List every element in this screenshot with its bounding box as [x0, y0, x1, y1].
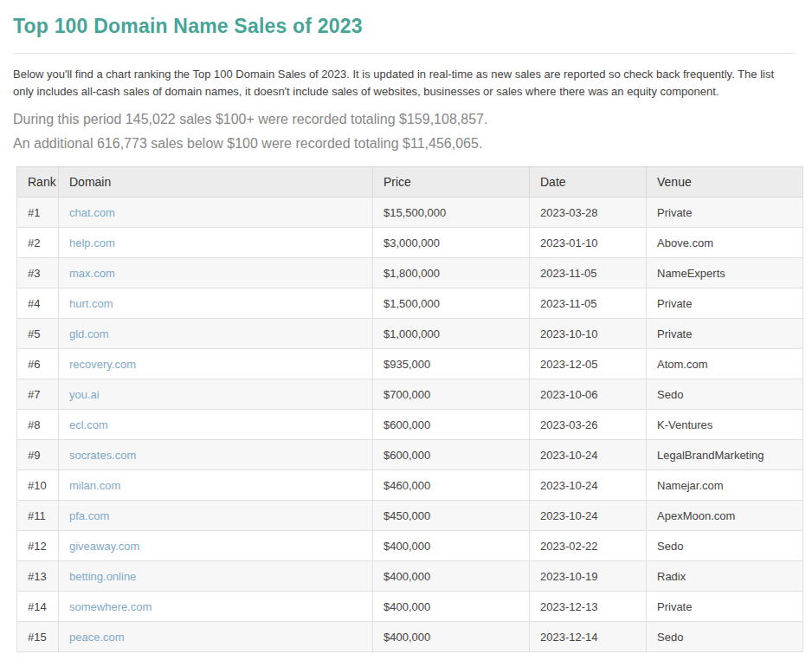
- domain-link[interactable]: max.com: [69, 267, 115, 280]
- domain-sales-table: Rank Domain Price Date Venue #1chat.com$…: [16, 166, 803, 652]
- table-row: #7you.ai$700,0002023-10-06Sedo: [17, 379, 803, 410]
- sales-table-body: #1chat.com$15,500,0002023-03-28Private#2…: [17, 198, 803, 652]
- price-cell: $600,000: [373, 440, 530, 470]
- date-cell: 2023-10-24: [530, 501, 647, 531]
- price-cell: $935,000: [373, 349, 530, 379]
- domain-link[interactable]: giveaway.com: [69, 540, 139, 553]
- rank-cell: #12: [17, 531, 59, 561]
- venue-cell: Private: [647, 592, 803, 622]
- table-row: #11pfa.com$450,0002023-10-24ApexMoon.com: [17, 501, 803, 531]
- header-date: Date: [530, 167, 647, 198]
- table-row: #3max.com$1,800,0002023-11-05NameExperts: [17, 258, 803, 288]
- price-cell: $1,000,000: [373, 319, 530, 349]
- rank-cell: #4: [17, 288, 59, 319]
- venue-cell: Namejar.com: [647, 470, 803, 501]
- price-cell: $400,000: [373, 531, 530, 561]
- domain-cell: milan.com: [59, 470, 373, 501]
- date-cell: 2023-12-05: [530, 349, 647, 379]
- table-row: #2help.com$3,000,0002023-01-10Above.com: [17, 228, 803, 258]
- table-row: #8ecl.com$600,0002023-03-26K-Ventures: [17, 410, 803, 440]
- price-cell: $700,000: [373, 379, 530, 410]
- domain-link[interactable]: ecl.com: [69, 418, 108, 431]
- date-cell: 2023-10-10: [530, 319, 647, 349]
- venue-cell: Sedo: [647, 531, 803, 561]
- venue-cell: K-Ventures: [647, 410, 803, 440]
- rank-cell: #7: [17, 379, 59, 410]
- page-title: Top 100 Domain Name Sales of 2023: [13, 0, 796, 39]
- price-cell: $400,000: [373, 592, 530, 622]
- date-cell: 2023-11-05: [530, 258, 647, 288]
- date-cell: 2023-11-05: [530, 288, 647, 319]
- header-price: Price: [373, 167, 530, 198]
- date-cell: 2023-03-28: [530, 198, 647, 228]
- venue-cell: Sedo: [647, 379, 803, 410]
- domain-link[interactable]: socrates.com: [69, 449, 136, 462]
- venue-cell: Radix: [647, 561, 803, 592]
- price-cell: $1,500,000: [373, 288, 530, 319]
- domain-link[interactable]: milan.com: [69, 479, 120, 492]
- table-header-row: Rank Domain Price Date Venue: [17, 167, 803, 198]
- domain-link[interactable]: hurt.com: [69, 297, 113, 310]
- table-row: #15peace.com$400,0002023-12-14Sedo: [17, 622, 803, 652]
- venue-cell: LegalBrandMarketing: [647, 440, 803, 470]
- date-cell: 2023-10-06: [530, 379, 647, 410]
- venue-cell: NameExperts: [647, 258, 803, 288]
- venue-cell: Private: [647, 319, 803, 349]
- price-cell: $600,000: [373, 410, 530, 440]
- domain-link[interactable]: help.com: [69, 236, 115, 249]
- table-row: #12giveaway.com$400,0002023-02-22Sedo: [17, 531, 803, 561]
- table-header: Rank Domain Price Date Venue: [17, 167, 803, 198]
- price-cell: $3,000,000: [373, 228, 530, 258]
- domain-link[interactable]: somewhere.com: [69, 600, 151, 613]
- rank-cell: #9: [17, 440, 59, 470]
- table-row: #4hurt.com$1,500,0002023-11-05Private: [17, 288, 803, 319]
- date-cell: 2023-12-14: [530, 622, 647, 652]
- rank-cell: #2: [17, 228, 59, 258]
- venue-cell: Atom.com: [647, 349, 803, 379]
- header-rank: Rank: [17, 167, 59, 198]
- date-cell: 2023-01-10: [530, 228, 647, 258]
- domain-link[interactable]: you.ai: [69, 388, 100, 401]
- domain-link[interactable]: gld.com: [69, 327, 109, 340]
- domain-cell: giveaway.com: [59, 531, 373, 561]
- rank-cell: #13: [17, 561, 59, 592]
- table-row: #10milan.com$460,0002023-10-24Namejar.co…: [17, 470, 803, 501]
- page-container: Top 100 Domain Name Sales of 2023 Below …: [0, 0, 812, 652]
- table-row: #13betting.online$400,0002023-10-19Radix: [17, 561, 803, 592]
- domain-link[interactable]: chat.com: [69, 206, 115, 219]
- title-divider: [13, 53, 796, 54]
- header-domain: Domain: [59, 167, 373, 198]
- rank-cell: #8: [17, 410, 59, 440]
- rank-cell: #14: [17, 592, 59, 622]
- date-cell: 2023-10-24: [530, 470, 647, 501]
- rank-cell: #6: [17, 349, 59, 379]
- rank-cell: #15: [17, 622, 59, 652]
- price-cell: $400,000: [373, 622, 530, 652]
- table-row: #1chat.com$15,500,0002023-03-28Private: [17, 198, 803, 228]
- price-cell: $1,800,000: [373, 258, 530, 288]
- venue-cell: Private: [647, 198, 803, 228]
- venue-cell: Private: [647, 288, 803, 319]
- domain-link[interactable]: peace.com: [69, 631, 125, 644]
- table-row: #5gld.com$1,000,0002023-10-10Private: [17, 319, 803, 349]
- table-row: #6recovery.com$935,0002023-12-05Atom.com: [17, 349, 803, 379]
- domain-cell: pfa.com: [59, 501, 373, 531]
- date-cell: 2023-02-22: [530, 531, 647, 561]
- intro-paragraph: Below you'll find a chart ranking the To…: [13, 66, 796, 100]
- venue-cell: Above.com: [647, 228, 803, 258]
- domain-cell: gld.com: [59, 319, 373, 349]
- domain-cell: chat.com: [59, 198, 373, 228]
- rank-cell: #5: [17, 319, 59, 349]
- domain-cell: somewhere.com: [59, 592, 373, 622]
- domain-cell: hurt.com: [59, 288, 373, 319]
- domain-cell: you.ai: [59, 379, 373, 410]
- domain-link[interactable]: betting.online: [69, 570, 136, 583]
- date-cell: 2023-12-13: [530, 592, 647, 622]
- date-cell: 2023-10-19: [530, 561, 647, 592]
- price-cell: $450,000: [373, 501, 530, 531]
- domain-link[interactable]: recovery.com: [69, 358, 136, 371]
- price-cell: $460,000: [373, 470, 530, 501]
- domain-link[interactable]: pfa.com: [69, 509, 109, 522]
- rank-cell: #1: [17, 198, 59, 228]
- stats-line-2: An additional 616,773 sales below $100 w…: [13, 133, 796, 155]
